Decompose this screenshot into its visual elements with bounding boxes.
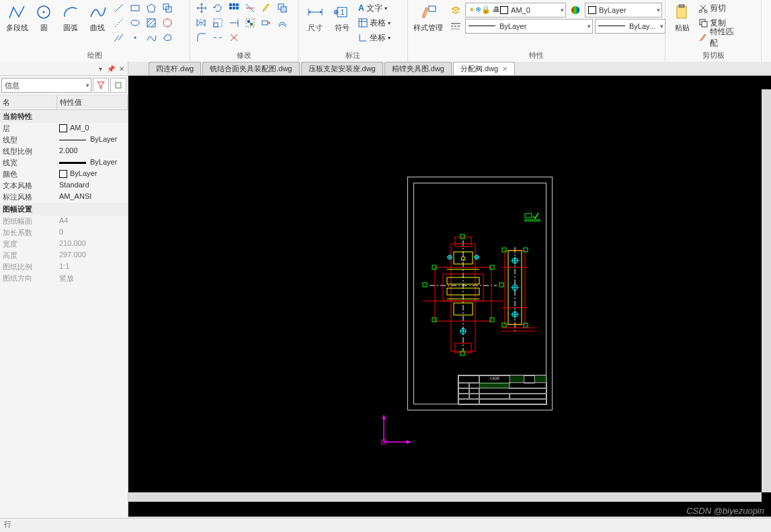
property-row[interactable]: 线型比例2.000 (0, 146, 128, 157)
svg-marker-27 (197, 19, 200, 26)
brush-icon[interactable] (259, 1, 274, 15)
stretch-icon[interactable] (259, 16, 274, 30)
prop-col-name: 名 (0, 95, 57, 109)
v-scrollbar[interactable] (762, 89, 771, 492)
scale-icon[interactable] (210, 16, 225, 30)
trim-icon[interactable] (243, 1, 257, 15)
svg-rect-6 (131, 5, 139, 11)
hatch-icon[interactable] (144, 16, 159, 30)
layer-props-icon[interactable] (448, 3, 463, 17)
property-row[interactable]: 图纸幅面A4 (0, 216, 128, 227)
polyline-button[interactable]: 多段线 (4, 1, 30, 34)
svg-rect-116 (524, 323, 528, 327)
svg-text:.1: .1 (339, 9, 345, 16)
extend-icon[interactable] (227, 16, 241, 30)
symbol-button[interactable]: .1符号 (329, 1, 355, 34)
svg-rect-22 (236, 7, 239, 9)
property-row[interactable]: 标注风格AM_ANSI (0, 191, 128, 203)
svg-marker-122 (407, 440, 411, 444)
svg-rect-59 (679, 5, 684, 7)
linetype-combo[interactable]: ByLayer (465, 19, 593, 34)
color-combo[interactable]: ByLayer (585, 3, 662, 17)
property-row[interactable]: 线宽ByLayer (0, 157, 128, 169)
boundary-icon[interactable] (160, 16, 175, 30)
property-row[interactable]: 图纸比例1:1 (0, 261, 128, 273)
svg-point-54 (571, 6, 579, 14)
array-icon[interactable] (227, 1, 241, 15)
document-tab[interactable]: 四连杆.dwg (149, 62, 201, 75)
svg-line-12 (147, 19, 155, 27)
cut-button[interactable]: 剪切 (696, 1, 743, 15)
panel-pin-icon[interactable]: 📌 (107, 64, 115, 73)
property-row[interactable]: 颜色ByLayer (0, 169, 128, 180)
coord-button[interactable]: 坐标▾ (356, 31, 393, 44)
mirror-icon[interactable] (194, 16, 209, 30)
svg-line-2 (115, 4, 123, 12)
h-scrollbar[interactable] (128, 492, 762, 502)
linetype-icon[interactable] (448, 19, 463, 33)
document-tab[interactable]: 压板支架安装座.dwg (301, 62, 383, 75)
xline-icon[interactable] (112, 31, 126, 44)
panel-menu-icon[interactable]: ▾ (96, 64, 104, 73)
property-row[interactable]: 高度297.000 (0, 250, 128, 261)
svg-rect-17 (229, 3, 232, 6)
document-tab[interactable]: 精镗夹具图.dwg (384, 62, 452, 75)
property-row[interactable]: 线型ByLayer (0, 134, 128, 146)
svg-rect-53 (429, 6, 436, 11)
style-manager-button[interactable]: 样式管理 (412, 1, 444, 34)
svg-rect-18 (233, 3, 235, 6)
ray-icon[interactable] (112, 16, 126, 30)
table-button[interactable]: 表格▾ (356, 16, 393, 30)
fillet-icon[interactable] (194, 31, 209, 44)
svg-point-1 (43, 11, 45, 13)
line-icon[interactable] (112, 1, 126, 15)
paste-button[interactable]: 粘贴 (669, 1, 695, 34)
svg-rect-21 (233, 7, 235, 9)
drawing-canvas[interactable]: 分配阀 (128, 76, 771, 517)
svg-marker-121 (382, 415, 386, 419)
color-icon[interactable] (568, 3, 583, 17)
explode-icon[interactable] (227, 31, 241, 44)
point-icon[interactable] (128, 31, 143, 44)
svg-rect-91 (460, 234, 464, 238)
svg-marker-28 (202, 19, 205, 26)
ellipse-icon[interactable] (128, 16, 143, 30)
text-button[interactable]: A文字▾ (356, 1, 393, 15)
toggle-pick-icon[interactable] (110, 78, 126, 93)
property-row[interactable]: 宽度210.000 (0, 238, 128, 250)
svg-point-16 (163, 19, 171, 27)
quick-select-icon[interactable] (93, 78, 109, 93)
prop-category-sheet: 图幅设置 (0, 203, 128, 216)
document-tab[interactable]: 铣结合面夹具装配图.dwg (202, 62, 299, 75)
copy-icon[interactable] (275, 1, 290, 15)
dimension-button[interactable]: 尺寸 (302, 1, 328, 34)
circle-button[interactable]: 圆 (31, 1, 56, 34)
panel-close-icon[interactable]: ✕ (118, 64, 126, 73)
region-icon[interactable] (160, 1, 175, 15)
layer-combo[interactable]: ☀ ❄ 🔒 🖶 AM_0 (465, 3, 566, 17)
spline-icon[interactable] (144, 31, 159, 44)
revcloud-icon[interactable] (160, 31, 175, 44)
property-row[interactable]: 层AM_0 (0, 123, 128, 134)
rect-icon[interactable] (128, 1, 143, 15)
close-icon[interactable]: ✕ (502, 65, 508, 73)
watermark: CSDN @biyezuopin (686, 506, 764, 516)
document-tab[interactable]: 分配阀.dwg✕ (453, 62, 515, 75)
svg-rect-58 (677, 6, 686, 18)
lineweight-combo[interactable]: ByLay... (595, 19, 665, 34)
property-row[interactable]: 加长系数0 (0, 227, 128, 238)
curve-button[interactable]: 曲线 (85, 1, 110, 34)
filter-combo[interactable]: 信息 (1, 78, 91, 93)
arc-button[interactable]: 圆弧 (58, 1, 83, 34)
move-icon[interactable] (194, 1, 209, 15)
property-row[interactable]: 图纸方向竖放 (0, 273, 128, 284)
svg-line-5 (118, 34, 123, 40)
match-props-button[interactable]: 特性匹配 (696, 31, 743, 44)
property-row[interactable]: 文本风格Standard (0, 180, 128, 191)
svg-rect-64 (116, 83, 121, 88)
break-icon[interactable] (210, 31, 225, 44)
rotate-icon[interactable] (210, 1, 225, 15)
offset-icon[interactable] (275, 16, 290, 30)
group-icon[interactable] (243, 16, 257, 30)
polygon-icon[interactable] (144, 1, 159, 15)
